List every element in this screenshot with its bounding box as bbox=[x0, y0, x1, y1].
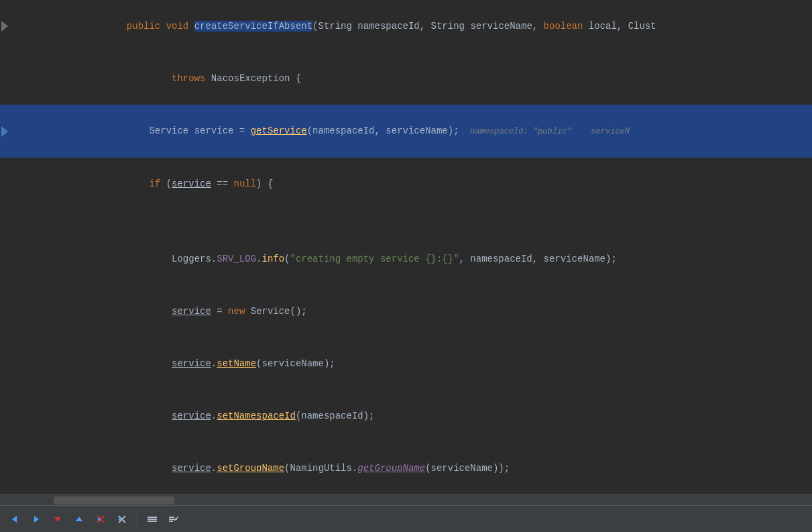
mute-button[interactable] bbox=[164, 510, 183, 529]
method-getservice: getService bbox=[251, 125, 307, 136]
text: = bbox=[211, 306, 228, 317]
navigate-clear-button[interactable] bbox=[113, 510, 131, 529]
indent bbox=[127, 463, 172, 474]
gutter-highlighted bbox=[0, 105, 54, 158]
var-service-underline: service bbox=[172, 178, 211, 189]
text: ) { bbox=[256, 178, 273, 189]
navigate-clear-red-button[interactable] bbox=[91, 510, 110, 529]
line-content[interactable]: throws NacosException { bbox=[54, 52, 812, 105]
text: . bbox=[211, 411, 217, 421]
table-row: public void createServiceIfAbsent(String… bbox=[0, 0, 812, 52]
method-name: createServiceIfAbsent bbox=[194, 21, 312, 32]
table-row: if (service == null) { bbox=[0, 158, 812, 210]
keyword-boolean: boolean bbox=[544, 21, 583, 32]
svg-rect-11 bbox=[148, 519, 157, 520]
indent bbox=[127, 358, 172, 369]
bookmark-icon bbox=[1, 21, 8, 32]
table-row: service.setGroupName(NamingUtils.getGrou… bbox=[0, 442, 812, 494]
horizontal-scrollbar[interactable] bbox=[0, 494, 812, 505]
table-row bbox=[0, 210, 812, 233]
type-service2: Service bbox=[251, 306, 290, 317]
table-row-highlighted: Service service = getService(namespaceId… bbox=[0, 105, 812, 158]
text: . bbox=[211, 358, 217, 369]
text: (NamingUtils. bbox=[284, 463, 357, 474]
text: ( bbox=[312, 21, 318, 32]
gutter bbox=[0, 390, 54, 442]
navigate-back-button[interactable] bbox=[5, 510, 24, 529]
editor-container: public void createServiceIfAbsent(String… bbox=[0, 0, 812, 532]
type-clust: Clust bbox=[628, 21, 656, 32]
var-service: service bbox=[194, 125, 234, 136]
line-content[interactable]: service = new Service(); bbox=[54, 285, 812, 337]
line-content[interactable]: service.setGroupName(NamingUtils.getGrou… bbox=[54, 442, 812, 494]
keyword-throws: throws bbox=[172, 73, 205, 84]
line-content-highlighted[interactable]: Service service = getService(namespaceId… bbox=[54, 105, 812, 158]
svg-marker-0 bbox=[12, 516, 17, 523]
line-content[interactable]: if (service == null) { bbox=[54, 158, 812, 210]
keyword: public bbox=[127, 21, 160, 32]
gutter bbox=[0, 0, 54, 52]
type-string2: String bbox=[431, 21, 465, 32]
text: (serviceName)); bbox=[425, 463, 510, 474]
text: local, bbox=[583, 21, 628, 32]
svg-marker-2 bbox=[54, 517, 61, 522]
table-row: service.setNamespaceId(namespaceId); bbox=[0, 390, 812, 442]
navigate-up-button[interactable] bbox=[70, 510, 89, 529]
indent bbox=[127, 178, 150, 189]
method-setnamespaceid: setNamespaceId bbox=[217, 411, 296, 421]
svg-marker-3 bbox=[76, 517, 82, 521]
method-getgroupname: getGroupName bbox=[357, 463, 425, 474]
text: , namespaceId, serviceName); bbox=[459, 254, 617, 264]
text: (namespaceId, serviceName); bbox=[307, 125, 471, 136]
svg-rect-13 bbox=[169, 517, 174, 518]
line-content[interactable]: public void createServiceIfAbsent(String… bbox=[54, 0, 812, 52]
svg-rect-15 bbox=[169, 521, 173, 522]
line-content[interactable]: Loggers.SRV_LOG.info("creating empty ser… bbox=[54, 233, 812, 285]
indent bbox=[127, 411, 172, 421]
indent bbox=[127, 254, 172, 264]
string-literal: "creating empty service {}:{}" bbox=[290, 254, 459, 264]
text: ( bbox=[284, 254, 290, 264]
text bbox=[188, 125, 194, 136]
table-row: throws NacosException { bbox=[0, 52, 812, 105]
text: == bbox=[211, 178, 234, 189]
text: = bbox=[233, 125, 250, 136]
keyword-new: new bbox=[228, 306, 245, 317]
svg-rect-10 bbox=[148, 517, 157, 518]
gutter bbox=[0, 442, 54, 494]
gutter bbox=[0, 285, 54, 337]
var-service4: service bbox=[172, 411, 211, 421]
indent bbox=[127, 306, 172, 317]
keyword-null: null bbox=[233, 178, 256, 189]
svg-marker-1 bbox=[34, 516, 39, 523]
text: (namespaceId); bbox=[296, 411, 375, 421]
line-content[interactable]: service.setName(serviceName); bbox=[54, 337, 812, 390]
var-service3: service bbox=[172, 358, 211, 369]
gutter bbox=[0, 233, 54, 285]
method-info: info bbox=[262, 254, 284, 264]
text: . bbox=[211, 254, 217, 264]
gutter bbox=[0, 52, 54, 105]
text: namespaceId, bbox=[352, 21, 431, 32]
navigate-forward-button[interactable] bbox=[27, 510, 46, 529]
field-srv-log: SRV_LOG bbox=[217, 254, 256, 264]
text: ( bbox=[160, 178, 172, 189]
line-content[interactable] bbox=[54, 210, 812, 233]
code-scroll[interactable]: public void createServiceIfAbsent(String… bbox=[0, 0, 812, 494]
bookmark-active-icon bbox=[1, 126, 8, 137]
keyword-void: void bbox=[166, 21, 189, 32]
code-lines: public void createServiceIfAbsent(String… bbox=[0, 0, 812, 494]
code-area: public void createServiceIfAbsent(String… bbox=[0, 0, 812, 494]
breakpoint-button[interactable] bbox=[143, 510, 162, 529]
text: (serviceName); bbox=[256, 358, 335, 369]
var-service5: service bbox=[172, 463, 211, 474]
method-setgroupname: setGroupName bbox=[217, 463, 284, 474]
text bbox=[245, 306, 250, 317]
gutter bbox=[0, 210, 54, 233]
text: . bbox=[211, 463, 217, 474]
svg-rect-12 bbox=[148, 521, 157, 522]
text: (); bbox=[290, 306, 307, 317]
line-content[interactable]: service.setNamespaceId(namespaceId); bbox=[54, 390, 812, 442]
bottom-toolbar bbox=[0, 505, 812, 532]
navigate-down-red-button[interactable] bbox=[48, 510, 67, 529]
